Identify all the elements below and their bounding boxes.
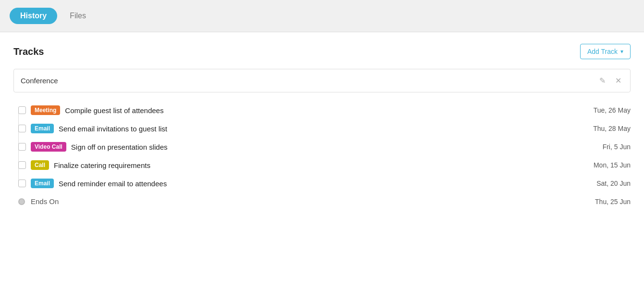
item-text: Send reminder email to attendees — [59, 180, 167, 188]
item-text: Finalize catering requirements — [54, 161, 150, 169]
main-content: Tracks Add Track ▾ Conference ✎ ✕ Meetin… — [0, 32, 644, 222]
task-checkbox[interactable] — [18, 125, 26, 132]
badge-meeting: Meeting — [31, 105, 60, 115]
timeline-item: Video CallSign off on presentation slide… — [31, 138, 631, 156]
timeline-item: MeetingCompile guest list of attendeesTu… — [31, 101, 631, 119]
edit-track-button[interactable]: ✎ — [597, 75, 607, 86]
badge-videocall: Video Call — [31, 142, 66, 152]
timeline-item: CallFinalize catering requirementsMon, 1… — [31, 156, 631, 174]
timeline-item-left: EmailSend reminder email to attendees — [31, 179, 167, 188]
close-track-button[interactable]: ✕ — [613, 75, 623, 86]
item-date: Sat, 20 Jun — [596, 180, 631, 187]
timeline-item: EmailSend reminder email to attendeesSat… — [31, 174, 631, 193]
task-checkbox[interactable] — [18, 143, 26, 151]
task-checkbox[interactable] — [18, 180, 26, 187]
badge-email: Email — [31, 124, 54, 133]
timeline-item-left: CallFinalize catering requirements — [31, 160, 150, 170]
task-checkbox[interactable] — [18, 106, 26, 114]
add-track-button[interactable]: Add Track ▾ — [580, 44, 631, 59]
item-text: Send email invitations to guest list — [59, 125, 167, 133]
timeline-item: EmailSend email invitations to guest lis… — [31, 119, 631, 138]
tracks-header: Tracks Add Track ▾ — [13, 44, 631, 59]
ends-on-date: Thu, 25 Jun — [595, 198, 631, 206]
item-date: Fri, 5 Jun — [603, 143, 631, 151]
track-actions: ✎ ✕ — [597, 75, 623, 86]
tracks-title: Tracks — [13, 46, 44, 57]
top-bar: History Files — [0, 0, 644, 32]
chevron-down-icon: ▾ — [620, 48, 623, 55]
timeline-item-left: EmailSend email invitations to guest lis… — [31, 124, 167, 133]
ends-on-left: Ends On — [31, 197, 59, 206]
badge-call: Call — [31, 160, 49, 170]
item-date: Thu, 28 May — [593, 125, 631, 132]
tab-history[interactable]: History — [10, 8, 57, 24]
item-date: Tue, 26 May — [594, 106, 631, 114]
item-text: Compile guest list of attendees — [65, 106, 163, 115]
ends-on-label: Ends On — [31, 197, 59, 206]
tab-files[interactable]: Files — [65, 8, 91, 24]
track-name: Conference — [21, 77, 58, 85]
task-checkbox[interactable] — [18, 161, 26, 169]
timeline: MeetingCompile guest list of attendeesTu… — [13, 101, 631, 193]
timeline-item-left: MeetingCompile guest list of attendees — [31, 105, 163, 115]
timeline-item-left: Video CallSign off on presentation slide… — [31, 142, 168, 152]
track-box: Conference ✎ ✕ — [13, 69, 631, 92]
add-track-label: Add Track — [587, 48, 618, 55]
badge-email: Email — [31, 179, 54, 188]
item-date: Mon, 15 Jun — [594, 161, 631, 169]
ends-on-row: Ends On Thu, 25 Jun — [13, 193, 631, 210]
item-text: Sign off on presentation slides — [71, 143, 168, 151]
